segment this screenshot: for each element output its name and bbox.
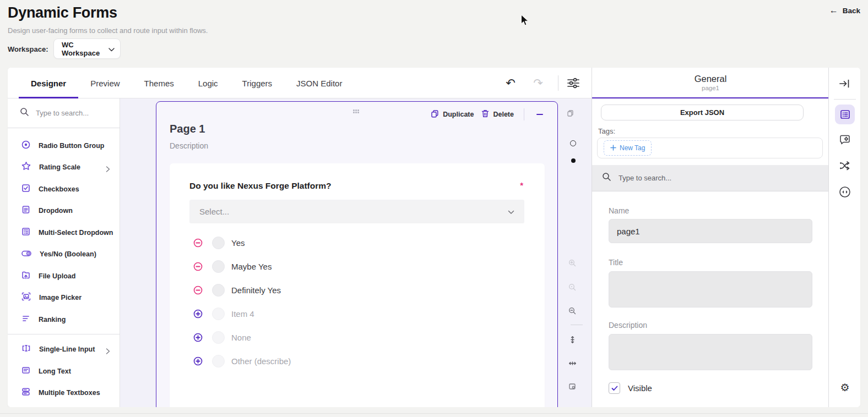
search-icon (20, 107, 29, 119)
minus-icon (536, 114, 543, 115)
toolbox-item-radio-button-group[interactable]: Radio Button Group (8, 135, 120, 157)
remove-choice-icon[interactable] (193, 238, 203, 248)
tab-themes[interactable]: Themes (132, 68, 186, 98)
toolbox-search-input[interactable] (36, 109, 102, 117)
zoom-in-icon[interactable] (568, 259, 576, 269)
choice-row-maybe-yes: Maybe Yes (170, 255, 545, 278)
question-select[interactable]: Select... (189, 200, 524, 223)
property-search-input[interactable] (619, 174, 729, 182)
page-card-title[interactable]: Page 1 (170, 123, 205, 135)
delete-button[interactable]: Delete (481, 109, 514, 120)
choice-row-none: None (170, 326, 545, 349)
scrollbar-track (0, 413, 868, 414)
question-card[interactable]: Do you like Nexus Forge Platform? * Sele… (170, 163, 545, 407)
workspace-select[interactable]: WC Workspace (53, 39, 121, 59)
radio-button-icon (21, 140, 31, 152)
property-panel-subtitle: page1 (592, 85, 829, 91)
toolbox-item-yes-no-boolean[interactable]: Yes/No (Boolean) (8, 244, 120, 266)
zoom-out-icon[interactable] (568, 307, 576, 317)
design-canvas: Duplicate Delete Page 1 Description Do y… (120, 98, 592, 407)
add-choice-icon[interactable] (193, 333, 203, 342)
toolbox-item-multiple-textboxes[interactable]: Multiple Textboxes (8, 382, 120, 404)
fit-vertical-icon[interactable] (569, 336, 576, 346)
collapse-page-button[interactable] (534, 109, 545, 120)
page-card-description[interactable]: Description (170, 141, 208, 150)
question-title[interactable]: Do you like Nexus Forge Platform? (189, 181, 332, 191)
toolbox-item-checkboxes[interactable]: Checkboxes (8, 178, 120, 200)
name-field[interactable] (609, 219, 812, 243)
title-field[interactable] (609, 271, 812, 308)
gear-icon[interactable]: ⚙ (829, 382, 860, 393)
new-tag-button[interactable]: New Tag (604, 140, 652, 156)
carousel-arrows-icon[interactable] (829, 185, 860, 199)
back-label: Back (843, 7, 860, 15)
page-card[interactable]: Duplicate Delete Page 1 Description Do y… (156, 101, 558, 407)
remove-choice-icon[interactable] (193, 286, 203, 295)
radio-circle[interactable] (212, 284, 225, 297)
radio-circle[interactable] (212, 331, 225, 344)
zoom-reset-icon[interactable] (568, 283, 576, 293)
surface-settings-icon[interactable] (568, 382, 576, 392)
undo-icon[interactable]: ↶ (502, 75, 519, 91)
comment-settings-icon[interactable] (829, 134, 860, 146)
toolbox-search[interactable] (8, 98, 120, 128)
toolbox-item-dropdown[interactable]: Dropdown (8, 200, 120, 222)
export-json-button[interactable]: Export JSON (601, 105, 804, 120)
page-title: Dynamic Forms (8, 4, 117, 21)
duplicate-button[interactable]: Duplicate (431, 109, 474, 120)
duplicate-icon (431, 109, 439, 120)
radio-circle[interactable] (212, 260, 225, 273)
workspace-label: Workspace: (8, 45, 48, 53)
radio-circle[interactable] (212, 355, 225, 367)
dropdown-icon (21, 205, 31, 217)
toolbox-item-file-upload[interactable]: File Upload (8, 265, 120, 287)
bottom-scroll-area[interactable] (0, 407, 868, 417)
logic-shuffle-icon[interactable] (829, 160, 860, 172)
page-copy-icon[interactable] (567, 109, 574, 119)
page-navigator-dot[interactable] (570, 140, 576, 146)
tab-bar: Designer Preview Themes Logic Triggers J… (19, 68, 354, 98)
trash-icon (481, 109, 489, 120)
visible-checkbox[interactable] (609, 382, 620, 394)
add-choice-icon[interactable] (193, 309, 203, 319)
add-choice-icon[interactable] (193, 356, 203, 366)
radio-circle[interactable] (212, 237, 225, 249)
settings-sliders-icon[interactable] (567, 77, 580, 89)
chevron-right-icon (106, 347, 111, 352)
screen: Dynamic Forms Design user-facing forms t… (0, 0, 868, 417)
toolbox-item-long-text[interactable]: Long Text (8, 360, 120, 382)
toolbox-item-multi-select-dropdown[interactable]: Multi-Select Dropdown (8, 222, 120, 244)
check-icon (611, 383, 618, 393)
star-icon (21, 161, 31, 173)
single-line-input-icon (21, 343, 31, 355)
drag-handle-icon[interactable] (353, 109, 360, 114)
chevron-down-icon (109, 44, 115, 54)
tab-preview[interactable]: Preview (78, 68, 132, 98)
remove-choice-icon[interactable] (193, 262, 203, 271)
property-search[interactable] (592, 165, 829, 191)
page-navigator-dot-current[interactable] (571, 158, 576, 163)
chevron-right-icon (106, 164, 111, 170)
property-panel-header: General page1 (592, 68, 829, 98)
radio-circle[interactable] (212, 308, 225, 320)
toolbox-item-ranking[interactable]: Ranking (8, 309, 120, 331)
redo-icon[interactable]: ↷ (530, 75, 546, 91)
tab-triggers[interactable]: Triggers (230, 68, 284, 98)
tab-logic[interactable]: Logic (186, 68, 230, 98)
back-button[interactable]: ← Back (829, 6, 860, 15)
property-panel: General page1 Export JSON Tags: New Tag … (592, 68, 828, 407)
visible-label: Visible (628, 383, 652, 393)
fit-horizontal-icon[interactable] (568, 359, 577, 369)
long-text-icon (21, 365, 31, 377)
tab-designer[interactable]: Designer (19, 68, 78, 98)
tab-json-editor[interactable]: JSON Editor (284, 68, 354, 98)
description-label: Description (609, 321, 647, 330)
toolbox-item-single-line-input[interactable]: Single-Line Input (8, 339, 120, 361)
description-field[interactable] (609, 334, 812, 370)
toolbox-item-rating-scale[interactable]: Rating Scale (8, 157, 120, 179)
collapse-panel-icon[interactable] (829, 75, 860, 92)
general-properties-icon[interactable] (835, 105, 855, 124)
search-icon (602, 172, 611, 184)
choices-list: Yes Maybe Yes Definitely Yes (170, 231, 545, 373)
toolbox-item-image-picker[interactable]: Image Picker (8, 287, 120, 309)
